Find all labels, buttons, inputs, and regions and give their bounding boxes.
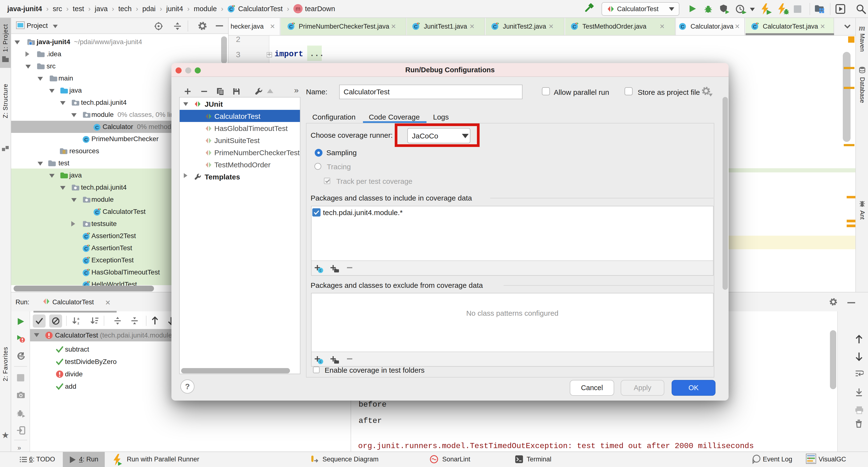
svg-text:C: C	[289, 24, 293, 29]
svg-text:C: C	[84, 270, 88, 276]
svg-text:C: C	[493, 24, 497, 29]
svg-text:C: C	[572, 24, 576, 29]
svg-text:C: C	[84, 246, 88, 251]
svg-text:C: C	[95, 125, 99, 130]
svg-text:z: z	[78, 321, 79, 325]
svg-text:C: C	[95, 210, 99, 215]
svg-text:C: C	[414, 24, 417, 29]
svg-text:C: C	[84, 234, 88, 239]
svg-text:C: C	[84, 258, 88, 263]
svg-text:C: C	[681, 24, 684, 29]
svg-text:a: a	[78, 316, 80, 320]
svg-text:C: C	[229, 6, 233, 12]
svg-text:C: C	[84, 137, 88, 142]
svg-text:C: C	[753, 24, 756, 29]
